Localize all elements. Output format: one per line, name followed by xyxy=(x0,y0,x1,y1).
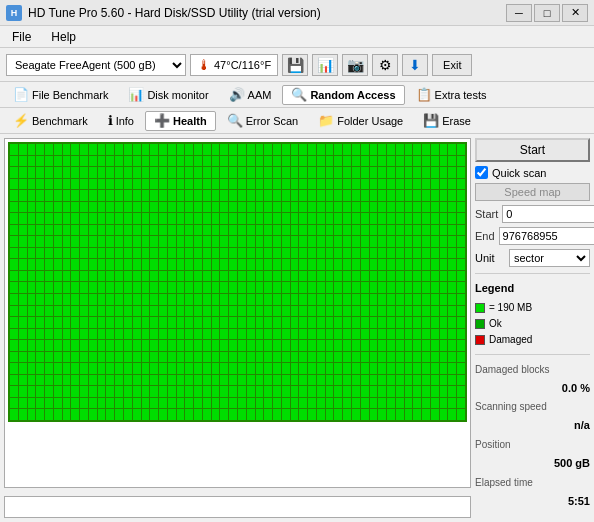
tab-disk-monitor[interactable]: 📊 Disk monitor xyxy=(119,85,217,105)
temperature-display: 🌡 47°C/116°F xyxy=(190,54,278,76)
error-scan-icon: 🔍 xyxy=(227,113,243,128)
tab-random-access[interactable]: 🔍 Random Access xyxy=(282,85,404,105)
right-panel: Start Quick scan Speed map Start ▲ ▼ End… xyxy=(475,138,590,518)
end-field-label: End xyxy=(475,230,495,242)
disk-selector[interactable]: Seagate FreeAgent (500 gB) xyxy=(6,54,186,76)
legend-swatch-ok xyxy=(475,319,485,329)
start-button[interactable]: Start xyxy=(475,138,590,162)
minimize-button[interactable]: ─ xyxy=(506,4,532,22)
legend-swatch-green xyxy=(475,303,485,313)
toolbar-btn-1[interactable]: 💾 xyxy=(282,54,308,76)
app-icon: H xyxy=(6,5,22,21)
health-icon: ➕ xyxy=(154,113,170,128)
exit-button[interactable]: Exit xyxy=(432,54,472,76)
tab-file-benchmark-label: File Benchmark xyxy=(32,89,108,101)
main-area: Start Quick scan Speed map Start ▲ ▼ End… xyxy=(0,134,594,522)
legend-box: Legend = 190 MB Ok Damaged xyxy=(475,280,590,348)
menu-bar: File Help xyxy=(0,26,594,48)
legend-ok-label: Ok xyxy=(489,316,502,332)
random-access-icon: 🔍 xyxy=(291,87,307,102)
elapsed-time-label: Elapsed time xyxy=(475,474,590,492)
folder-usage-icon: 📁 xyxy=(318,113,334,128)
close-button[interactable]: ✕ xyxy=(562,4,588,22)
tab-random-access-label: Random Access xyxy=(310,89,395,101)
legend-damaged-label: Damaged xyxy=(489,332,532,348)
tab-benchmark-label: Benchmark xyxy=(32,115,88,127)
tab-folder-usage[interactable]: 📁 Folder Usage xyxy=(309,111,412,131)
toolbar-btn-3[interactable]: 📷 xyxy=(342,54,368,76)
unit-label: Unit xyxy=(475,252,505,264)
extra-tests-icon: 📋 xyxy=(416,87,432,102)
position-value: 500 gB xyxy=(475,454,590,474)
file-benchmark-icon: 📄 xyxy=(13,87,29,102)
unit-row: Unit sector MB GB xyxy=(475,249,590,267)
damaged-blocks-value: 0.0 % xyxy=(475,379,590,399)
legend-item-ok: Ok xyxy=(475,316,590,332)
title-bar: H HD Tune Pro 5.60 - Hard Disk/SSD Utili… xyxy=(0,0,594,26)
elapsed-time-value: 5:51 xyxy=(475,492,590,512)
tab-error-scan[interactable]: 🔍 Error Scan xyxy=(218,111,308,131)
tab-benchmark[interactable]: ⚡ Benchmark xyxy=(4,111,97,131)
legend-item-mb: = 190 MB xyxy=(475,300,590,316)
toolbar: Seagate FreeAgent (500 gB) 🌡 47°C/116°F … xyxy=(0,48,594,82)
temperature-value: 47°C/116°F xyxy=(214,59,271,71)
legend-title: Legend xyxy=(475,280,590,298)
scanning-speed-label: Scanning speed xyxy=(475,398,590,416)
quick-scan-row: Quick scan xyxy=(475,166,590,179)
speed-map-button: Speed map xyxy=(475,183,590,201)
tab-aam-label: AAM xyxy=(248,89,272,101)
aam-icon: 🔊 xyxy=(229,87,245,102)
damaged-blocks-label: Damaged blocks xyxy=(475,361,590,379)
damaged-blocks-row: Damaged blocks 0.0 % xyxy=(475,361,590,399)
info-icon: ℹ xyxy=(108,113,113,128)
tab-disk-monitor-label: Disk monitor xyxy=(147,89,208,101)
start-field-input[interactable] xyxy=(502,205,594,223)
tab-erase-label: Erase xyxy=(442,115,471,127)
tab-extra-tests-label: Extra tests xyxy=(435,89,487,101)
position-row: Position 500 gB xyxy=(475,436,590,474)
disk-monitor-icon: 📊 xyxy=(128,87,144,102)
tab-erase[interactable]: 💾 Erase xyxy=(414,111,480,131)
end-field-input[interactable] xyxy=(499,227,594,245)
stats-box: Damaged blocks 0.0 % Scanning speed n/a … xyxy=(475,361,590,512)
elapsed-time-row: Elapsed time 5:51 xyxy=(475,474,590,512)
legend-mb-label: = 190 MB xyxy=(489,300,532,316)
scan-grid xyxy=(4,138,471,488)
tab-health[interactable]: ➕ Health xyxy=(145,111,216,131)
quick-scan-label: Quick scan xyxy=(492,167,546,179)
progress-bar xyxy=(4,496,471,518)
toolbar-btn-2[interactable]: 📊 xyxy=(312,54,338,76)
tab-info[interactable]: ℹ Info xyxy=(99,111,143,131)
start-field-label: Start xyxy=(475,208,498,220)
window-controls: ─ □ ✕ xyxy=(506,4,588,22)
toolbar-btn-5[interactable]: ⬇ xyxy=(402,54,428,76)
erase-icon: 💾 xyxy=(423,113,439,128)
scanning-speed-row: Scanning speed n/a xyxy=(475,398,590,436)
menu-file[interactable]: File xyxy=(4,28,39,45)
tab-info-label: Info xyxy=(116,115,134,127)
window-title: HD Tune Pro 5.60 - Hard Disk/SSD Utility… xyxy=(28,6,321,20)
scanning-speed-value: n/a xyxy=(475,416,590,436)
position-label: Position xyxy=(475,436,590,454)
tab-health-label: Health xyxy=(173,115,207,127)
quick-scan-checkbox[interactable] xyxy=(475,166,488,179)
benchmark-icon: ⚡ xyxy=(13,113,29,128)
legend-item-damaged: Damaged xyxy=(475,332,590,348)
toolbar-btn-4[interactable]: ⚙ xyxy=(372,54,398,76)
tab-folder-usage-label: Folder Usage xyxy=(337,115,403,127)
menu-help[interactable]: Help xyxy=(43,28,84,45)
tab-error-scan-label: Error Scan xyxy=(246,115,299,127)
tab-file-benchmark[interactable]: 📄 File Benchmark xyxy=(4,85,117,105)
unit-selector[interactable]: sector MB GB xyxy=(509,249,590,267)
legend-swatch-damaged xyxy=(475,335,485,345)
tab-extra-tests[interactable]: 📋 Extra tests xyxy=(407,85,496,105)
end-field-row: End ▲ ▼ xyxy=(475,227,590,245)
start-field-row: Start ▲ ▼ xyxy=(475,205,590,223)
maximize-button[interactable]: □ xyxy=(534,4,560,22)
tabs-row-2: ⚡ Benchmark ℹ Info ➕ Health 🔍 Error Scan… xyxy=(0,108,594,134)
tab-aam[interactable]: 🔊 AAM xyxy=(220,85,281,105)
thermometer-icon: 🌡 xyxy=(197,57,211,73)
tabs-row-1: 📄 File Benchmark 📊 Disk monitor 🔊 AAM 🔍 … xyxy=(0,82,594,108)
